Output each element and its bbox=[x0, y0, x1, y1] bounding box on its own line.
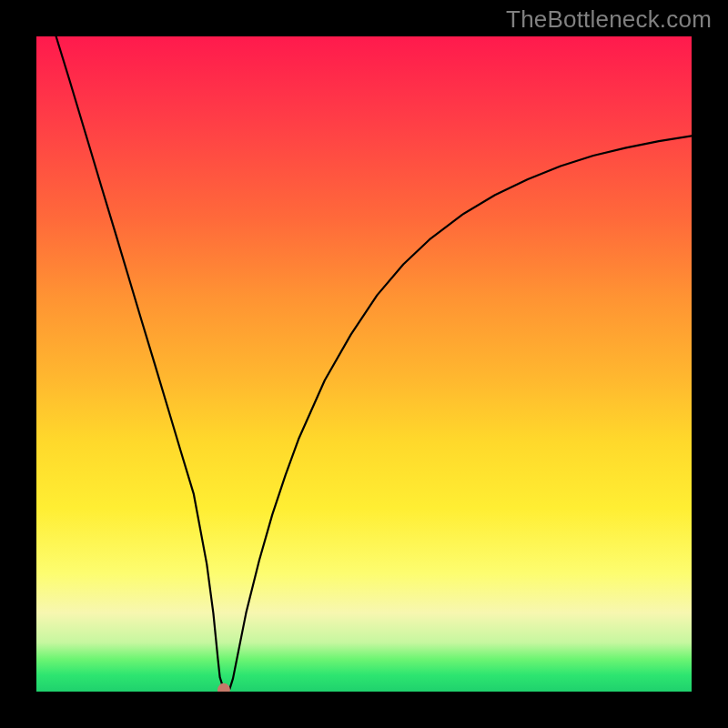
plot-area bbox=[36, 36, 692, 692]
bottleneck-curve bbox=[56, 36, 692, 690]
watermark-text: TheBottleneck.com bbox=[506, 5, 712, 34]
chart-frame: TheBottleneck.com bbox=[0, 0, 728, 728]
optimum-marker bbox=[217, 683, 230, 692]
curve-svg bbox=[36, 36, 692, 692]
